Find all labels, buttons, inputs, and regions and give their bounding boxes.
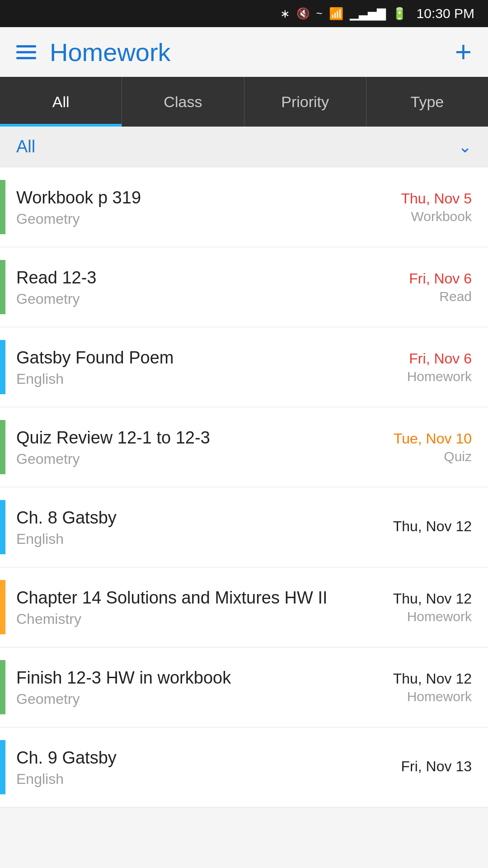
hamburger-line-1 [16,45,36,47]
item-type: Homework [407,689,472,704]
priority-color-bar [0,180,5,234]
list-item[interactable]: Ch. 8 Gatsby English Thu, Nov 12 [0,487,488,567]
item-content: Chapter 14 Solutions and Mixtures HW II … [16,587,345,627]
tab-priority[interactable]: Priority [244,77,366,127]
item-title: Chapter 14 Solutions and Mixtures HW II [16,587,345,609]
item-title: Workbook p 319 [16,187,345,209]
item-date: Thu, Nov 12 [393,670,472,687]
wifi-icon: 📶 [329,7,343,21]
section-title: All [16,137,35,156]
item-subtitle: Geometry [16,291,345,307]
item-right: Tue, Nov 10 Quiz [345,430,472,464]
item-content: Quiz Review 12-1 to 12-3 Geometry [16,427,345,467]
item-title: Ch. 8 Gatsby [16,507,345,529]
mute-icon: 🔇 [296,7,310,20]
status-bar: ∗ 🔇 ~ 📶 ▁▃▅▇ 🔋 10:30 PM [0,0,488,27]
tab-priority-label: Priority [281,93,329,111]
item-type: Read [439,289,472,304]
item-content: Ch. 8 Gatsby English [16,507,345,547]
item-title: Quiz Review 12-1 to 12-3 [16,427,345,449]
item-date: Thu, Nov 12 [393,518,472,535]
priority-color-bar [0,660,5,714]
item-title: Finish 12-3 HW in workbook [16,667,345,689]
item-right: Thu, Nov 12 Homework [345,670,472,704]
item-subtitle: Chemistry [16,611,345,627]
list-item[interactable]: Quiz Review 12-1 to 12-3 Geometry Tue, N… [0,407,488,487]
item-subtitle: Geometry [16,691,345,708]
item-date: Tue, Nov 10 [394,430,472,447]
priority-color-bar [0,500,5,554]
item-date: Thu, Nov 12 [393,590,472,607]
priority-color-bar [0,580,5,634]
tab-class-label: Class [164,93,202,111]
list-item[interactable]: Ch. 9 Gatsby English Fri, Nov 13 [0,727,488,807]
item-subtitle: English [16,531,345,547]
item-content: Gatsby Found Poem English [16,347,345,387]
item-right: Thu, Nov 12 [345,518,472,537]
section-header[interactable]: All ⌄ [0,127,488,167]
item-right: Fri, Nov 6 Read [345,270,472,304]
item-content: Finish 12-3 HW in workbook Geometry [16,667,345,708]
priority-color-bar [0,740,5,794]
tab-type-label: Type [411,93,444,111]
chevron-up-icon: ⌄ [458,137,472,156]
item-right: Thu, Nov 12 Homework [345,590,472,624]
hamburger-line-2 [16,51,36,53]
item-subtitle: English [16,371,345,387]
header-left: Homework [16,38,171,67]
list-item[interactable]: Read 12-3 Geometry Fri, Nov 6 Read [0,247,488,327]
item-right: Thu, Nov 5 Workbook [345,190,472,224]
list-item[interactable]: Finish 12-3 HW in workbook Geometry Thu,… [0,647,488,727]
item-type: Homework [407,369,472,384]
item-title: Read 12-3 [16,267,345,289]
list-item[interactable]: Chapter 14 Solutions and Mixtures HW II … [0,567,488,647]
battery-icon: 🔋 [392,7,407,21]
tab-type[interactable]: Type [366,77,488,127]
tab-all[interactable]: All [0,77,122,127]
item-right: Fri, Nov 6 Homework [345,350,472,384]
app-header: Homework + [0,27,488,77]
item-title: Ch. 9 Gatsby [16,747,345,769]
menu-button[interactable] [16,45,36,59]
homework-list: Workbook p 319 Geometry Thu, Nov 5 Workb… [0,167,488,807]
list-item[interactable]: Workbook p 319 Geometry Thu, Nov 5 Workb… [0,167,488,247]
priority-color-bar [0,340,5,394]
item-content: Ch. 9 Gatsby English [16,747,345,788]
tab-all-label: All [52,93,70,111]
vibrate-icon: ~ [316,7,323,20]
page-title: Homework [50,38,171,67]
item-date: Thu, Nov 5 [401,190,472,207]
item-type: Homework [407,609,472,624]
tab-class[interactable]: Class [122,77,244,127]
list-item[interactable]: Gatsby Found Poem English Fri, Nov 6 Hom… [0,327,488,407]
status-icons: ∗ 🔇 ~ 📶 ▁▃▅▇ 🔋 10:30 PM [280,6,474,21]
item-date: Fri, Nov 6 [409,270,472,287]
tab-bar: All Class Priority Type [0,77,488,127]
status-time: 10:30 PM [417,6,474,21]
item-title: Gatsby Found Poem [16,347,345,369]
add-homework-button[interactable]: + [455,38,472,66]
item-type: Quiz [444,449,472,464]
item-subtitle: English [16,771,345,788]
item-date: Fri, Nov 6 [409,350,472,367]
hamburger-line-3 [16,57,36,59]
item-content: Workbook p 319 Geometry [16,187,345,227]
signal-icon: ▁▃▅▇ [350,7,386,21]
priority-color-bar [0,420,5,474]
priority-color-bar [0,260,5,314]
item-type: Workbook [411,209,472,224]
bluetooth-icon: ∗ [280,7,290,21]
item-subtitle: Geometry [16,211,345,227]
item-content: Read 12-3 Geometry [16,267,345,307]
item-date: Fri, Nov 13 [401,758,472,775]
item-right: Fri, Nov 13 [345,758,472,777]
item-subtitle: Geometry [16,451,345,467]
